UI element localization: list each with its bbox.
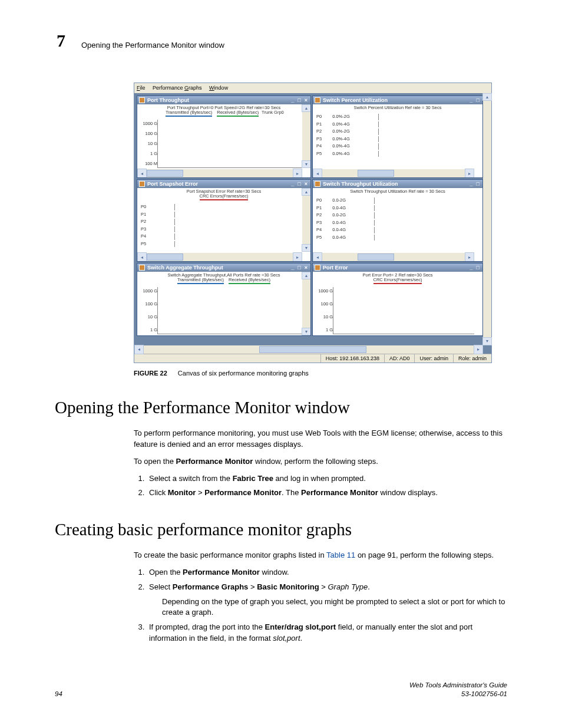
minimize-icon[interactable]: _ — [290, 97, 295, 104]
maximize-icon[interactable]: □ — [296, 180, 302, 188]
status-host: Host: 192.168.163.238 — [320, 354, 384, 363]
chapter-title: Opening the Performance Monitor window — [81, 40, 224, 51]
title: Port Snapshot Error — [147, 180, 290, 188]
titlebar[interactable]: Port Error _ □ — [313, 263, 482, 272]
horizontal-scrollbar[interactable]: ◂▸ — [137, 253, 302, 261]
scroll-down-icon[interactable]: ▾ — [302, 160, 310, 168]
scroll-thumb[interactable] — [147, 253, 183, 261]
panel-switch-aggregate-throughput: Switch Aggregate Throughput _ □ × Switch… — [137, 263, 311, 336]
scroll-left-icon[interactable]: ◂ — [134, 345, 144, 354]
window-icon — [315, 97, 320, 103]
menu-file[interactable]: File — [137, 85, 146, 91]
scroll-right-icon[interactable]: ▸ — [293, 169, 302, 177]
window-icon — [139, 265, 145, 271]
scroll-up-icon[interactable]: ▴ — [482, 93, 492, 101]
link-table-11[interactable]: Table 11 — [326, 551, 355, 559]
scroll-right-icon[interactable]: ▸ — [474, 345, 483, 354]
chapter-number: 7 — [57, 31, 65, 51]
figure-22: File Performance Graphs Window Port Thro… — [134, 83, 492, 378]
menu-performance-graphs[interactable]: Performance Graphs — [153, 85, 202, 91]
close-icon[interactable]: × — [303, 180, 309, 188]
scroll-left-icon[interactable]: ◂ — [313, 169, 322, 177]
scroll-right-icon[interactable]: ▸ — [465, 252, 474, 261]
performance-monitor-window: File Performance Graphs Window Port Thro… — [134, 83, 492, 363]
scroll-down-icon[interactable]: ▾ — [302, 328, 310, 335]
plot-area — [333, 287, 474, 334]
panel-port-throughput: Port Throughput _ □ × Port Throughput Po… — [137, 95, 311, 178]
heading-opening-performance-monitor: Opening the Performance Monitor window — [55, 398, 350, 417]
scroll-right-icon[interactable]: ▸ — [465, 169, 474, 177]
footer-right: Web Tools Administrator's Guide 53-10027… — [409, 681, 507, 699]
panel-switch-percent-utilization: Switch Percent Utilization _ □ Switch Pe… — [312, 95, 483, 178]
y-axis: 1000 G 100 G 10 G 1 G — [137, 287, 158, 334]
panel-port-error: Port Error _ □ Port Error Port= 2 Ref ra… — [312, 263, 483, 336]
horizontal-scrollbar[interactable]: ◂▸ — [313, 169, 474, 177]
minimize-icon[interactable]: _ — [469, 180, 474, 188]
heading-creating-basic-graphs: Creating basic performance monitor graph… — [55, 520, 352, 539]
scroll-thumb[interactable] — [147, 170, 183, 177]
step-note: Depending on the type of graph you selec… — [162, 597, 505, 619]
maximize-icon[interactable]: □ — [475, 180, 481, 188]
close-icon[interactable]: × — [303, 264, 309, 272]
window-icon — [315, 265, 320, 271]
titlebar[interactable]: Switch Throughput Utilization _ □ — [313, 180, 482, 189]
horizontal-scrollbar[interactable]: ◂▸ — [137, 169, 302, 177]
scroll-right-icon[interactable]: ▸ — [293, 252, 302, 261]
minimize-icon[interactable]: _ — [469, 264, 474, 272]
status-bar: Host: 192.168.163.238 AD: AD0 User: admi… — [134, 354, 491, 363]
page-number: 94 — [55, 689, 62, 699]
panel-port-snapshot-error: Port Snapshot Error _ □ × Port Snapshot … — [137, 179, 311, 262]
maximize-icon[interactable]: □ — [296, 264, 302, 272]
port-rows: P00.0%-2G P10.0%-4G P20.0%-2G P30.0%-4G … — [313, 113, 474, 168]
plot-area — [157, 287, 302, 334]
y-axis: 1000 G 100 G 10 G 1 G — [313, 287, 334, 334]
status-ad: AD: AD0 — [384, 354, 415, 363]
maximize-icon[interactable]: □ — [475, 264, 481, 272]
step-1: Open the Performance Monitor window. — [147, 567, 505, 578]
vertical-scrollbar[interactable]: ▴▾ — [302, 272, 310, 335]
vertical-scrollbar[interactable]: ▴▾ — [302, 188, 310, 252]
menu-window[interactable]: Window — [209, 85, 228, 91]
scroll-left-icon[interactable]: ◂ — [137, 252, 147, 261]
minimize-icon[interactable]: _ — [290, 180, 295, 188]
maximize-icon[interactable]: □ — [475, 97, 481, 104]
scroll-down-icon[interactable]: ▾ — [482, 337, 492, 345]
scroll-up-icon[interactable]: ▴ — [302, 104, 310, 112]
horizontal-scrollbar[interactable]: ◂▸ — [313, 253, 474, 261]
scroll-up-icon[interactable]: ▴ — [302, 272, 310, 279]
titlebar[interactable]: Port Snapshot Error _ □ × — [137, 180, 310, 189]
figure-caption: FIGURE 22Canvas of six performance monit… — [134, 369, 492, 378]
scroll-thumb[interactable] — [259, 346, 366, 353]
graph-header: Port Throughput Port=0 Port Speed=2G Ref… — [137, 104, 310, 117]
desktop-vertical-scrollbar[interactable]: ▴ ▾ — [483, 93, 491, 345]
step-3: If prompted, drag the port into the Ente… — [147, 622, 505, 644]
mdi-desktop: Port Throughput _ □ × Port Throughput Po… — [134, 93, 491, 354]
desktop-horizontal-scrollbar[interactable]: ◂ ▸ — [134, 345, 483, 354]
scroll-down-icon[interactable]: ▾ — [302, 244, 310, 252]
minimize-icon[interactable]: _ — [290, 264, 295, 272]
panel-switch-throughput-utilization: Switch Throughput Utilization _ □ Switch… — [312, 179, 483, 262]
menubar: File Performance Graphs Window — [134, 83, 491, 93]
titlebar[interactable]: Port Throughput _ □ × — [137, 96, 310, 105]
status-role: Role: admin — [453, 354, 491, 363]
step-2: Select Performance Graphs > Basic Monito… — [147, 582, 505, 619]
port-rows: P00.0-2G P10.0-4G P20.0-2G P30.0-4G P40.… — [313, 197, 474, 252]
maximize-icon[interactable]: □ — [296, 97, 302, 104]
scroll-up-icon[interactable]: ▴ — [302, 188, 310, 196]
graph-header: Port Snapshot Error Ref rate=30 Secs CRC… — [137, 188, 310, 200]
graph-header: Port Error Port= 2 Ref rate=30 Secs CRC … — [313, 272, 482, 284]
scroll-thumb[interactable] — [358, 253, 394, 261]
title: Switch Throughput Utilization — [323, 180, 469, 188]
vertical-scrollbar[interactable]: ▴▾ — [302, 104, 310, 168]
title: Switch Percent Utilization — [323, 97, 469, 104]
minimize-icon[interactable]: _ — [469, 97, 474, 104]
window-icon — [139, 97, 145, 103]
titlebar[interactable]: Switch Aggregate Throughput _ □ × — [137, 263, 310, 272]
close-icon[interactable]: × — [303, 97, 309, 104]
titlebar[interactable]: Switch Percent Utilization _ □ — [313, 96, 482, 105]
title: Port Error — [323, 264, 469, 272]
section-a-body: To perform performance monitoring, you m… — [134, 428, 505, 502]
scroll-left-icon[interactable]: ◂ — [313, 252, 322, 261]
scroll-thumb[interactable] — [358, 170, 394, 177]
scroll-left-icon[interactable]: ◂ — [137, 169, 147, 177]
